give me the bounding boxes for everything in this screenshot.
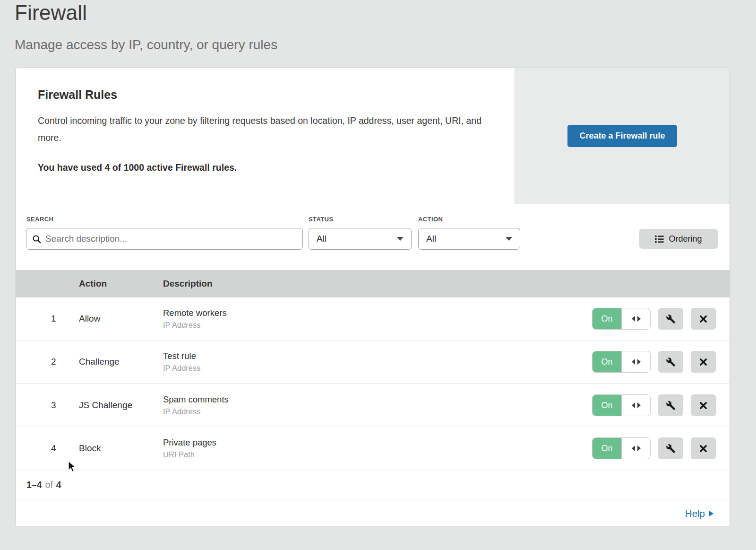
- search-box: [26, 228, 303, 250]
- rule-description-cell: Test rule IP Address: [163, 351, 592, 373]
- toggle-on-label: On: [593, 308, 621, 329]
- firewall-rules-card: Firewall Rules Control incoming traffic …: [16, 68, 730, 526]
- rule-priority: 4: [16, 443, 79, 454]
- wrench-icon: [666, 314, 676, 324]
- wrench-icon: [666, 401, 676, 410]
- search-label: SEARCH: [26, 216, 53, 223]
- rule-description-cell: Remote workers IP Address: [163, 308, 592, 330]
- toggle-on-label: On: [593, 395, 621, 416]
- rule-match-type: IP Address: [163, 321, 592, 330]
- search-icon: [32, 235, 41, 244]
- help-link[interactable]: Help: [685, 508, 713, 519]
- rule-enabled-toggle[interactable]: On: [592, 437, 651, 459]
- status-label: STATUS: [309, 216, 333, 223]
- help-link-label: Help: [685, 508, 705, 519]
- action-label: ACTION: [418, 216, 443, 223]
- pagination-summary: 1–4 of 4: [16, 470, 730, 500]
- hero-description: Control incoming traffic to your zone by…: [38, 112, 487, 146]
- edit-rule-button[interactable]: [658, 394, 683, 416]
- hero-heading: Firewall Rules: [38, 88, 496, 102]
- rule-enabled-toggle[interactable]: On: [592, 351, 651, 373]
- status-select-value: All: [317, 234, 326, 244]
- rule-action: Challenge: [79, 357, 163, 367]
- table-row: 4 Block Private pages URI Path On: [16, 427, 730, 470]
- rule-action: JS Challenge: [79, 400, 163, 410]
- delete-rule-button[interactable]: [691, 437, 716, 459]
- rule-description-cell: Spam comments IP Address: [163, 394, 592, 416]
- rule-description: Private pages: [163, 437, 592, 448]
- card-footer: Help: [16, 500, 730, 526]
- ordering-button-label: Ordering: [669, 234, 702, 244]
- table-row: 2 Challenge Test rule IP Address On: [16, 340, 730, 384]
- rule-description: Spam comments: [163, 394, 592, 405]
- toggle-on-label: On: [593, 438, 621, 459]
- rule-action: Block: [79, 443, 163, 454]
- edit-rule-button[interactable]: [658, 308, 683, 330]
- rule-controls: On: [592, 394, 716, 416]
- hero-usage-text: You have used 4 of 1000 active Firewall …: [38, 162, 496, 173]
- rule-priority: 3: [16, 400, 79, 410]
- chevron-down-icon: [506, 237, 512, 241]
- close-icon: [699, 444, 708, 453]
- delete-rule-button[interactable]: [691, 394, 716, 416]
- edit-rule-button[interactable]: [658, 437, 683, 459]
- page-title: Firewall: [15, 1, 87, 25]
- rule-priority: 2: [16, 357, 79, 367]
- ordered-list-icon: [655, 235, 664, 243]
- hero-action-panel: Create a Firewall rule: [515, 68, 730, 204]
- rule-description: Test rule: [163, 351, 592, 361]
- toggle-arrows-icon: [621, 395, 650, 416]
- rule-enabled-toggle[interactable]: On: [592, 394, 651, 416]
- table-row: 3 JS Challenge Spam comments IP Address …: [16, 384, 730, 427]
- rule-enabled-toggle[interactable]: On: [592, 308, 651, 330]
- toggle-on-label: On: [593, 351, 621, 372]
- table-header: Action Description: [16, 270, 730, 297]
- toggle-arrows-icon: [621, 351, 650, 372]
- edit-rule-button[interactable]: [658, 351, 683, 373]
- rule-priority: 1: [16, 314, 79, 324]
- delete-rule-button[interactable]: [691, 308, 716, 330]
- results-range: 1–4: [26, 480, 42, 490]
- delete-rule-button[interactable]: [691, 351, 716, 373]
- rule-controls: On: [592, 437, 716, 459]
- arrow-right-icon: [709, 511, 713, 516]
- action-select-value: All: [426, 234, 436, 244]
- rule-description: Remote workers: [163, 308, 592, 318]
- ordering-button[interactable]: Ordering: [639, 229, 718, 249]
- toggle-arrows-icon: [621, 438, 650, 459]
- create-firewall-rule-button[interactable]: Create a Firewall rule: [567, 125, 677, 147]
- close-icon: [699, 314, 708, 323]
- rule-controls: On: [592, 308, 716, 330]
- action-select[interactable]: All: [418, 228, 520, 250]
- rule-match-type: IP Address: [163, 364, 592, 373]
- description-column-header: Description: [163, 279, 730, 289]
- table-row: 1 Allow Remote workers IP Address On: [16, 297, 730, 340]
- toggle-arrows-icon: [621, 308, 650, 329]
- status-select[interactable]: All: [309, 228, 412, 250]
- results-of-label: of: [45, 480, 53, 490]
- firewall-rules-hero: Firewall Rules Control incoming traffic …: [16, 68, 730, 204]
- rule-match-type: URI Path: [163, 450, 592, 459]
- close-icon: [699, 401, 708, 410]
- hero-text-panel: Firewall Rules Control incoming traffic …: [16, 68, 515, 204]
- page-subtitle: Manage access by IP, country, or query r…: [15, 37, 277, 52]
- rule-action: Allow: [79, 314, 163, 324]
- chevron-down-icon: [397, 237, 404, 241]
- close-icon: [699, 358, 708, 367]
- wrench-icon: [666, 357, 676, 367]
- rule-controls: On: [592, 351, 716, 373]
- results-total: 4: [56, 480, 61, 490]
- search-input[interactable]: [45, 234, 297, 244]
- rule-match-type: IP Address: [163, 407, 592, 416]
- rule-description-cell: Private pages URI Path: [163, 437, 592, 459]
- wrench-icon: [666, 444, 676, 454]
- action-column-header: Action: [79, 279, 163, 289]
